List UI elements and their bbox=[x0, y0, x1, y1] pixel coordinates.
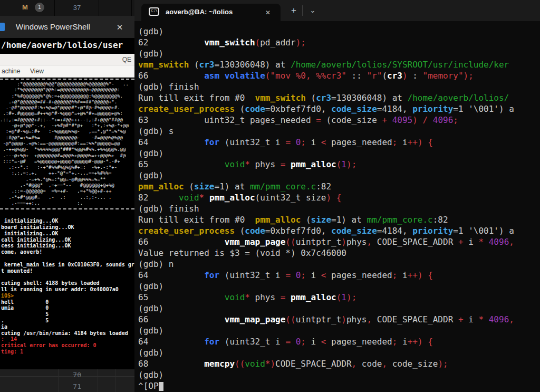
gdb-terminal-output[interactable]: (gdb) 62 vmm_switch(pd_addr);(gdb) vmm_s… bbox=[134, 21, 540, 392]
terminal-tabbar: c:\ aoverb@BA: ~/lolios ✕ + ⌄ bbox=[134, 0, 540, 21]
boot-log-line: board initializing...OK bbox=[1, 224, 134, 231]
powershell-close-icon[interactable]: ✕ bbox=[113, 21, 127, 34]
ascii-art-line: ,-===++:,, :. bbox=[0, 200, 134, 206]
terminal-line: ^[OP bbox=[138, 380, 540, 391]
editor-bottom-strip: 70 71 bbox=[0, 369, 134, 392]
ascii-art-line: .-=+%.*@%=:*@@=-@#@@%%%=%=** bbox=[0, 177, 134, 183]
terminal-line: (gdb) bbox=[138, 26, 540, 37]
editor-tab-strip: M 1 37 bbox=[0, 0, 134, 16]
terminal-line: (gdb) bbox=[138, 325, 540, 336]
editor-gridline bbox=[98, 369, 98, 392]
boot-log-line: ting: 1 bbox=[1, 349, 134, 355]
terminal-cursor bbox=[159, 382, 163, 391]
terminal-line: (gdb) bbox=[138, 303, 540, 314]
powershell-output[interactable]: /home/aoverb/lolios/user bbox=[0, 38, 134, 54]
boot-log-line: 5 bbox=[1, 311, 134, 318]
terminal-line: (gdb) finish bbox=[138, 203, 540, 214]
terminal-line: 66 vmm_map_page((uintptr_t)phys, CODE_SP… bbox=[138, 236, 540, 247]
terminal-tab[interactable]: c:\ aoverb@BA: ~/lolios ✕ bbox=[141, 4, 281, 21]
powershell-title: Windows PowerShell bbox=[16, 22, 90, 31]
line-number: 70 bbox=[68, 371, 81, 379]
qemu-titlebar: QE bbox=[0, 54, 134, 65]
boot-log-line: call initializing...OK bbox=[1, 237, 134, 243]
boot-log-line: t mounted! bbox=[1, 268, 134, 274]
tabbar-divider bbox=[302, 5, 303, 16]
boot-log-line: cuting shell: 4188 bytes loaded bbox=[1, 280, 134, 286]
chevron-down-icon[interactable]: ⌄ bbox=[306, 4, 319, 17]
terminal-line: (gdb) finish bbox=[138, 81, 540, 92]
ascii-art-line: .::,:=#@@@@@+#::--*+=+#@@+++--:,:#+@@@*#… bbox=[0, 117, 134, 123]
terminal-line: 65 void* phys = pmm_alloc(1); bbox=[138, 159, 540, 170]
ascii-art-line: :+@*#-%@=:#+ :-%@@@@%%@- ,==*,@**=%*%@ bbox=[0, 129, 134, 135]
terminal-line: Run till exit from #0 pmm_alloc (size=1)… bbox=[138, 214, 540, 225]
boot-log-line: kernel_main lies in 0xC01063F0, sounds g… bbox=[1, 262, 134, 268]
ascii-art-bottom-border bbox=[0, 208, 134, 209]
qemu-display[interactable]: :*@@@@@@@@%@@*@@@@@@@@@@%@@@@@@%*- .. :*… bbox=[0, 78, 134, 369]
terminal-line: Run till exit from #0 vmm_switch (cr3=13… bbox=[138, 92, 540, 103]
boot-log-line bbox=[1, 274, 134, 280]
terminal-line: (gdb) bbox=[138, 281, 540, 292]
boot-log-line bbox=[1, 255, 134, 262]
line-number: 71 bbox=[68, 383, 81, 390]
boot-log-line: hell 0 bbox=[1, 299, 134, 305]
ascii-art-line: .-*+#*@@@#= .- .: ..:,:-... . bbox=[0, 195, 134, 200]
new-tab-button[interactable]: + bbox=[287, 5, 300, 17]
ascii-art-line: :#@@*=+%=#%= #@@@@@@@- -#=@@@%@%@@ bbox=[0, 135, 134, 141]
boot-log-line: come, aoverb! bbox=[1, 249, 134, 255]
tab-badge[interactable]: 1 bbox=[35, 3, 44, 12]
boot-log-line: iOS> bbox=[1, 293, 134, 299]
ascii-art-line: .-@#*@@@@@#:%+%@=@*@@@@#*+@*#@-#%@@@@+#. bbox=[0, 105, 134, 111]
terminal-line: pmm_alloc (size=1) at mm/pmm_core.c:82 bbox=[138, 181, 540, 192]
ascii-art-line: -@+@*@@*-.+, -+%#@#*#*@+ :*+,:+%@-*+@@ bbox=[0, 123, 134, 129]
terminal-line: create_user_process (code=0xbfef7fd0, co… bbox=[138, 225, 540, 236]
ascii-art-line: .:--*.: :-+*#%%#%@%@%#+=: -%+.-:*+- bbox=[0, 165, 134, 170]
editor-tab-label[interactable]: 37 bbox=[62, 4, 92, 12]
terminal-line: (gdb) s bbox=[138, 126, 540, 137]
ascii-art-line: :*@@@@@@@@%@@*@@@@@@@@@@%@@@@@@%*- .. bbox=[0, 81, 134, 87]
tab-close-icon[interactable]: ✕ bbox=[263, 7, 273, 18]
terminal-line: 64 for (uint32_t i = 0; i < pages_needed… bbox=[138, 336, 540, 347]
terminal-tab-title: aoverb@BA: ~/lolios bbox=[166, 8, 233, 16]
terminal-icon: c:\ bbox=[149, 7, 159, 16]
terminal-line: 66 asm volatile("mov %0, %%cr3" :: "r"(c… bbox=[138, 70, 540, 81]
boot-log-line: umia 0 bbox=[1, 305, 134, 311]
boot-log-line: : 14 bbox=[1, 336, 134, 342]
boot-log: initializing...OKboard initializing...OK… bbox=[1, 218, 134, 355]
editor-gridline bbox=[58, 369, 59, 392]
screen: M 1 37 Windows PowerShell ✕ /home/aoverb… bbox=[0, 0, 540, 392]
ascii-art-line: .---@+%@+ +@@@@@@@#=@@@%+@@@@%=++@@@%+ #… bbox=[0, 153, 134, 159]
qemu-menubar: achine View bbox=[0, 65, 134, 78]
tab-separator bbox=[131, 0, 132, 16]
terminal-line: 63 uint32_t pages_needed = (code_size + … bbox=[138, 114, 540, 126]
tab-separator bbox=[99, 0, 99, 16]
modified-file-marker[interactable]: M bbox=[22, 3, 28, 11]
boot-log-line: ll is running in user addr: 0x40007a0 bbox=[1, 286, 134, 293]
powershell-titlebar: Windows PowerShell ✕ bbox=[0, 16, 134, 38]
boot-log-line: . 5 bbox=[1, 318, 134, 324]
menu-machine[interactable]: achine bbox=[2, 68, 20, 75]
ascii-art-line: -@*@@@@-.+@%:==-@@@@@@@@@#:==:%%*@@@@@=@… bbox=[0, 141, 134, 147]
boot-log-line: initializing...OK bbox=[1, 231, 134, 237]
ascii-art-line: :,:,=:,+, ++-*@*=*+,-.,,==+%#%%= bbox=[0, 170, 134, 176]
ascii-art-line: :*%#@@@@@@%*@%:=+@@@@@@@@@@:%@@@@@@@@%. bbox=[0, 93, 134, 99]
terminal-line: (gdb) bbox=[138, 369, 540, 380]
editor-gridline bbox=[115, 369, 115, 392]
terminal-line: Value returned is $3 = (void *) 0x7c4600… bbox=[138, 247, 540, 259]
ascii-art-line: :::*=-@# =%@@@@@@+@@@@*@@@@@#-@@@-*.-#+ bbox=[0, 159, 134, 165]
terminal-line: (gdb) bbox=[138, 148, 540, 159]
ascii-art-line: .::=-@@@@@@= =%=+#- ,=+*%@@+#-++ bbox=[0, 188, 134, 194]
ascii-art-logo: :*@@@@@@@@%@@*@@@@@@@@@@%@@@@@@%*- .. :*… bbox=[0, 81, 134, 206]
terminal-line: 82 void* pmm_alloc(uint32_t size) { bbox=[138, 192, 540, 203]
ascii-art-line: .+@*@@@@@@=##-#+@@@@@@%%#==##*@@@@@+*. bbox=[0, 99, 134, 105]
ascii-art-line: .-++@%@@- *%%%%%@@@*###*%@@%#%%.+%%@@@%.… bbox=[0, 147, 134, 152]
ascii-art-line: ,-*#@@@* ,=+==*-- #@@@@@@+@+%@ bbox=[0, 183, 134, 188]
powershell-path-text: /home/aoverb/lolios/user bbox=[1, 40, 123, 50]
boot-log-line: initializing...OK bbox=[1, 218, 134, 224]
terminal-line: 64 for (uint32_t i = 0; i < pages_needed… bbox=[138, 270, 540, 281]
terminal-line: (gdb) bbox=[138, 347, 540, 358]
boot-log-line: critical error has occurred: 0 bbox=[1, 342, 134, 349]
tab-separator bbox=[54, 0, 55, 16]
terminal-line: 66 vmm_map_page((uintptr_t)phys, CODE_SP… bbox=[138, 314, 540, 325]
terminal-line: create_user_process (code=0xbfef7fd0, co… bbox=[138, 103, 540, 114]
menu-view[interactable]: View bbox=[30, 68, 44, 75]
